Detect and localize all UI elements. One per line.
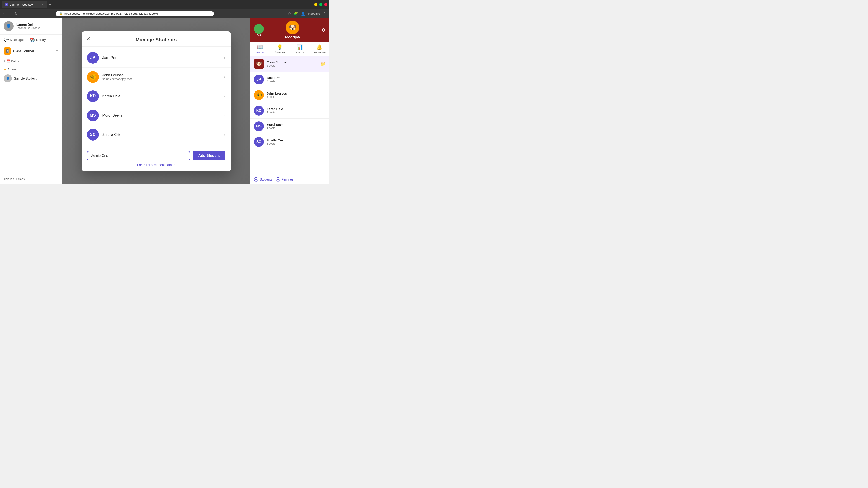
browser-chrome: S Journal - Seesaw ✕ + (0, 0, 329, 9)
browser-actions: ☆ 🧩 👤 Incognito ⋮ (288, 11, 327, 16)
class-journal-posts: 8 posts (267, 64, 287, 67)
modal-close-button[interactable]: ✕ (86, 36, 90, 42)
nav-notifications[interactable]: 🔔 Notifications (309, 42, 329, 56)
folder-icon[interactable]: 📁 (320, 61, 326, 66)
tab-close-button[interactable]: ✕ (41, 3, 44, 6)
journal-info-ms: Mordi Seem 4 posts (267, 123, 284, 130)
progress-nav-icon: 📊 (297, 44, 303, 50)
pinned-label: ★ Pinned (4, 68, 58, 71)
browser-tab[interactable]: S Journal - Seesaw ✕ (2, 1, 47, 8)
journal-info-kd: Karen Dale 4 posts (267, 107, 283, 114)
student-avatar-ms: MS (87, 109, 99, 121)
nav-progress[interactable]: 📊 Progress (290, 42, 309, 56)
journal-item-kd[interactable]: KD Karen Dale 4 posts (250, 103, 329, 119)
student-row[interactable]: KD Karen Dale › (82, 87, 231, 106)
date-back-button[interactable]: ‹ (4, 59, 5, 63)
library-nav[interactable]: 📚 Library (30, 36, 46, 43)
star-icon[interactable]: ☆ (288, 11, 291, 16)
nav-activities[interactable]: 💡 Activities (270, 42, 289, 56)
student-avatar-kd: KD (87, 90, 99, 102)
chevron-right-icon: › (224, 55, 225, 60)
journal-info-jp: Jack Pot 6 posts (267, 76, 280, 83)
menu-icon[interactable]: ⋮ (323, 11, 327, 16)
calendar-icon: 📅 (6, 59, 10, 63)
class-selector[interactable]: 📓 Class Journal ▼ (0, 45, 62, 57)
journal-avatar-kd: KD (254, 106, 264, 116)
student-info-kd: Karen Dale (102, 94, 121, 98)
journal-info-sc: Shiella Cris 4 posts (267, 138, 284, 145)
journal-item-jl[interactable]: 🐠 John Louises 5 posts (250, 88, 329, 103)
restore-button[interactable] (319, 3, 322, 6)
class-name: Class Journal (13, 49, 53, 53)
journal-list: 🐶 Class Journal 8 posts 📁 JP Jack Pot 6 … (250, 56, 329, 174)
modal-overlay[interactable]: ✕ Manage Students JP Jack Pot › (62, 18, 250, 184)
class-journal-name: Class Journal (267, 61, 287, 64)
url-text: app.seesaw.me/#/class/class.e01bf4c2-9a2… (64, 12, 158, 15)
settings-icon[interactable]: ⚙ (321, 27, 326, 33)
minimize-button[interactable] (314, 3, 317, 6)
journal-item-sc[interactable]: SC Shiella Cris 4 posts (250, 134, 329, 150)
journal-avatar-jl: 🐠 (254, 90, 264, 100)
tab-title: Journal - Seesaw (10, 3, 33, 6)
student-row[interactable]: SC Shiella Cris › (82, 125, 231, 144)
library-label: Library (36, 38, 46, 41)
chevron-right-icon: › (224, 113, 225, 118)
right-nav: 📖 Journal 💡 Activities 📊 Progress 🔔 Noti… (250, 42, 329, 56)
student-row[interactable]: MS Mordi Seem › (82, 106, 231, 125)
extensions-icon[interactable]: 🧩 (293, 11, 298, 16)
student-info-jl: John Louises sample@moodjoy.com (102, 73, 132, 80)
journal-item-jp[interactable]: JP Jack Pot 6 posts (250, 72, 329, 88)
forward-button[interactable]: → (8, 11, 12, 15)
plus-circle-icon: + (254, 177, 258, 182)
sample-student-name: Sample Student (14, 76, 37, 80)
incognito-label: Incognito (308, 12, 320, 15)
activities-nav-label: Activities (275, 51, 285, 53)
plus-circle-families-icon: + (276, 177, 280, 182)
star-icon: ★ (4, 68, 6, 71)
class-journal-item[interactable]: 🐶 Class Journal 8 posts 📁 (250, 56, 329, 72)
back-button[interactable]: ← (3, 11, 6, 15)
refresh-button[interactable]: ↻ (14, 11, 18, 16)
student-row[interactable]: 🐠 John Louises sample@moodjoy.com › (82, 68, 231, 87)
chevron-right-icon: › (224, 74, 225, 79)
date-nav: ‹ 📅 Dates (0, 57, 62, 65)
journal-avatar-sc: SC (254, 137, 264, 147)
journal-nav-label: Journal (256, 51, 264, 53)
library-icon: 📚 (30, 37, 35, 42)
top-nav: 💬 Messages 📚 Library (0, 35, 62, 45)
close-button[interactable] (324, 3, 327, 6)
students-bottom-label: Students (260, 177, 272, 181)
families-bottom-btn[interactable]: + Families (276, 177, 293, 182)
students-bottom-btn[interactable]: + Students (254, 177, 272, 182)
url-bar[interactable]: 🔒 app.seesaw.me/#/class/class.e01bf4c2-9… (56, 11, 214, 16)
app-container: 👤 Lauren Deli Teacher - 2 Classes 💬 Mess… (0, 18, 329, 184)
teacher-avatar: 👤 (4, 21, 13, 31)
add-student-row: Add Student (87, 151, 225, 160)
add-student-input[interactable] (87, 151, 190, 160)
add-button[interactable]: + (254, 24, 264, 34)
teacher-role: Teacher - 2 Classes (16, 26, 40, 30)
moodjoy-name: Moodjoy (285, 35, 300, 39)
class-journal-info: Class Journal 8 posts (267, 61, 287, 67)
new-tab-button[interactable]: + (49, 2, 52, 7)
modal-title: Manage Students (135, 37, 177, 43)
nav-journal[interactable]: 📖 Journal (250, 42, 270, 56)
student-avatar-jl: 🐠 (87, 71, 99, 83)
lock-icon: 🔒 (59, 12, 63, 15)
notifications-nav-icon: 🔔 (316, 44, 322, 50)
favicon: S (4, 3, 8, 6)
add-student-button[interactable]: Add Student (193, 151, 225, 160)
paste-list-link[interactable]: Paste list of student names (137, 163, 175, 167)
bottom-text: This is our class! (0, 174, 62, 184)
sample-student-item[interactable]: 👤 Sample Student (0, 72, 62, 85)
journal-info-jl: John Louises 5 posts (267, 92, 287, 98)
journal-item-ms[interactable]: MS Mordi Seem 4 posts (250, 119, 329, 134)
profile-icon[interactable]: 👤 (301, 11, 305, 16)
add-button-label: Add (257, 34, 261, 36)
messages-nav[interactable]: 💬 Messages (4, 36, 24, 43)
class-journal-avatar: 🐶 (254, 59, 264, 69)
progress-nav-label: Progress (294, 51, 305, 53)
chevron-down-icon: ▼ (56, 50, 58, 53)
student-row[interactable]: JP Jack Pot › (82, 48, 231, 68)
chevron-right-icon: › (224, 132, 225, 137)
